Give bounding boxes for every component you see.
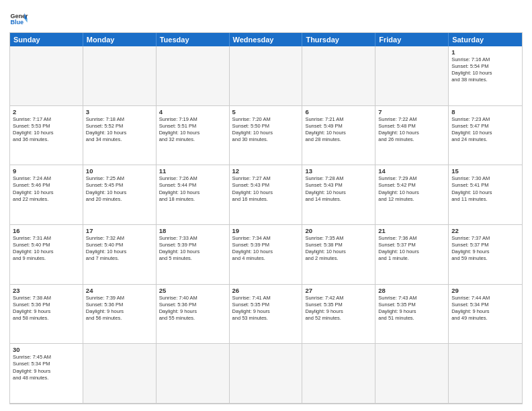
day-info: Sunrise: 7:22 AM Sunset: 5:48 PM Dayligh…: [378, 116, 445, 144]
day-number: 19: [232, 227, 300, 234]
day-number: 30: [13, 346, 80, 353]
calendar-day-cell: 26Sunrise: 7:41 AM Sunset: 5:35 PM Dayli…: [230, 285, 303, 345]
day-info: Sunrise: 7:28 AM Sunset: 5:43 PM Dayligh…: [305, 175, 372, 203]
empty-cell: [10, 46, 83, 106]
day-info: Sunrise: 7:37 AM Sunset: 5:37 PM Dayligh…: [451, 235, 519, 263]
calendar-day-cell: 6Sunrise: 7:21 AM Sunset: 5:49 PM Daylig…: [302, 106, 375, 166]
day-info: Sunrise: 7:24 AM Sunset: 5:46 PM Dayligh…: [13, 175, 80, 203]
day-number: 8: [451, 108, 519, 116]
day-info: Sunrise: 7:26 AM Sunset: 5:44 PM Dayligh…: [159, 175, 226, 203]
day-info: Sunrise: 7:29 AM Sunset: 5:42 PM Dayligh…: [378, 175, 445, 203]
calendar-day-cell: 12Sunrise: 7:27 AM Sunset: 5:43 PM Dayli…: [230, 165, 303, 225]
day-number: 28: [378, 287, 445, 294]
calendar-day-cell: 3Sunrise: 7:18 AM Sunset: 5:52 PM Daylig…: [83, 106, 157, 166]
header: General Blue: [9, 7, 523, 28]
day-number: 23: [13, 287, 80, 294]
logo: General Blue: [9, 9, 28, 28]
calendar-grid: 1Sunrise: 7:16 AM Sunset: 5:54 PM Daylig…: [10, 46, 522, 404]
day-info: Sunrise: 7:33 AM Sunset: 5:39 PM Dayligh…: [159, 235, 226, 263]
calendar-day-cell: 15Sunrise: 7:30 AM Sunset: 5:41 PM Dayli…: [449, 165, 522, 225]
calendar-day-cell: 24Sunrise: 7:39 AM Sunset: 5:36 PM Dayli…: [83, 285, 157, 345]
calendar-day-cell: 9Sunrise: 7:24 AM Sunset: 5:46 PM Daylig…: [10, 165, 83, 225]
day-info: Sunrise: 7:32 AM Sunset: 5:40 PM Dayligh…: [86, 235, 153, 263]
day-header: Sunday: [10, 33, 83, 46]
day-number: 20: [305, 227, 372, 234]
day-info: Sunrise: 7:44 AM Sunset: 5:34 PM Dayligh…: [451, 295, 519, 322]
day-info: Sunrise: 7:17 AM Sunset: 5:53 PM Dayligh…: [13, 116, 80, 144]
day-info: Sunrise: 7:20 AM Sunset: 5:50 PM Dayligh…: [232, 116, 300, 144]
day-number: 17: [86, 227, 153, 234]
day-info: Sunrise: 7:25 AM Sunset: 5:45 PM Dayligh…: [86, 175, 153, 203]
day-info: Sunrise: 7:42 AM Sunset: 5:35 PM Dayligh…: [305, 295, 372, 322]
day-info: Sunrise: 7:27 AM Sunset: 5:43 PM Dayligh…: [232, 175, 300, 203]
empty-cell: [83, 344, 157, 404]
day-number: 26: [232, 287, 300, 294]
calendar-day-cell: 2Sunrise: 7:17 AM Sunset: 5:53 PM Daylig…: [10, 106, 83, 166]
day-info: Sunrise: 7:41 AM Sunset: 5:35 PM Dayligh…: [232, 295, 300, 322]
calendar-day-cell: 30Sunrise: 7:45 AM Sunset: 5:34 PM Dayli…: [10, 344, 83, 404]
day-headers: SundayMondayTuesdayWednesdayThursdayFrid…: [10, 33, 522, 46]
empty-cell: [375, 46, 449, 106]
empty-cell: [157, 344, 230, 404]
calendar-day-cell: 29Sunrise: 7:44 AM Sunset: 5:34 PM Dayli…: [449, 285, 522, 345]
day-number: 15: [451, 167, 519, 175]
empty-cell: [449, 344, 522, 404]
calendar-day-cell: 17Sunrise: 7:32 AM Sunset: 5:40 PM Dayli…: [83, 225, 157, 285]
empty-cell: [83, 46, 157, 106]
calendar-day-cell: 7Sunrise: 7:22 AM Sunset: 5:48 PM Daylig…: [375, 106, 449, 166]
calendar-day-cell: 8Sunrise: 7:23 AM Sunset: 5:47 PM Daylig…: [449, 106, 522, 166]
day-info: Sunrise: 7:38 AM Sunset: 5:36 PM Dayligh…: [13, 295, 80, 322]
day-info: Sunrise: 7:40 AM Sunset: 5:36 PM Dayligh…: [159, 295, 226, 322]
empty-cell: [302, 46, 375, 106]
calendar-day-cell: 18Sunrise: 7:33 AM Sunset: 5:39 PM Dayli…: [157, 225, 230, 285]
day-number: 9: [13, 167, 80, 175]
calendar-day-cell: 11Sunrise: 7:26 AM Sunset: 5:44 PM Dayli…: [157, 165, 230, 225]
day-number: 7: [378, 108, 445, 116]
logo-icon: General Blue: [9, 9, 28, 28]
day-info: Sunrise: 7:36 AM Sunset: 5:37 PM Dayligh…: [378, 235, 445, 263]
day-number: 1: [451, 48, 519, 56]
day-header: Wednesday: [230, 33, 303, 46]
calendar-day-cell: 22Sunrise: 7:37 AM Sunset: 5:37 PM Dayli…: [449, 225, 522, 285]
calendar-day-cell: 14Sunrise: 7:29 AM Sunset: 5:42 PM Dayli…: [375, 165, 449, 225]
day-header: Saturday: [449, 33, 522, 46]
empty-cell: [230, 344, 303, 404]
day-number: 21: [378, 227, 445, 234]
day-number: 12: [232, 167, 300, 175]
day-number: 16: [13, 227, 80, 234]
day-info: Sunrise: 7:18 AM Sunset: 5:52 PM Dayligh…: [86, 116, 153, 144]
day-info: Sunrise: 7:39 AM Sunset: 5:36 PM Dayligh…: [86, 295, 153, 322]
day-number: 25: [159, 287, 226, 294]
day-info: Sunrise: 7:43 AM Sunset: 5:35 PM Dayligh…: [378, 295, 445, 322]
day-info: Sunrise: 7:31 AM Sunset: 5:40 PM Dayligh…: [13, 235, 80, 263]
day-number: 6: [305, 108, 372, 116]
empty-cell: [375, 344, 449, 404]
day-number: 29: [451, 287, 519, 294]
svg-marker-3: [24, 19, 27, 23]
calendar: SundayMondayTuesdayWednesdayThursdayFrid…: [9, 32, 523, 404]
calendar-day-cell: 28Sunrise: 7:43 AM Sunset: 5:35 PM Dayli…: [375, 285, 449, 345]
day-info: Sunrise: 7:45 AM Sunset: 5:34 PM Dayligh…: [13, 354, 80, 381]
day-header: Friday: [375, 33, 449, 46]
day-header: Thursday: [302, 33, 375, 46]
day-number: 11: [159, 167, 226, 175]
calendar-day-cell: 21Sunrise: 7:36 AM Sunset: 5:37 PM Dayli…: [375, 225, 449, 285]
day-info: Sunrise: 7:34 AM Sunset: 5:39 PM Dayligh…: [232, 235, 300, 263]
day-number: 2: [13, 108, 80, 116]
calendar-day-cell: 13Sunrise: 7:28 AM Sunset: 5:43 PM Dayli…: [302, 165, 375, 225]
calendar-day-cell: 4Sunrise: 7:19 AM Sunset: 5:51 PM Daylig…: [157, 106, 230, 166]
page: General Blue SundayMondayTuesdayWednesda…: [0, 0, 532, 411]
day-info: Sunrise: 7:35 AM Sunset: 5:38 PM Dayligh…: [305, 235, 372, 263]
day-number: 14: [378, 167, 445, 175]
calendar-day-cell: 1Sunrise: 7:16 AM Sunset: 5:54 PM Daylig…: [449, 46, 522, 106]
day-info: Sunrise: 7:30 AM Sunset: 5:41 PM Dayligh…: [451, 175, 519, 203]
day-info: Sunrise: 7:23 AM Sunset: 5:47 PM Dayligh…: [451, 116, 519, 144]
day-header: Monday: [83, 33, 157, 46]
empty-cell: [230, 46, 303, 106]
calendar-day-cell: 27Sunrise: 7:42 AM Sunset: 5:35 PM Dayli…: [302, 285, 375, 345]
day-number: 18: [159, 227, 226, 234]
day-info: Sunrise: 7:16 AM Sunset: 5:54 PM Dayligh…: [451, 56, 519, 84]
day-number: 22: [451, 227, 519, 234]
day-number: 10: [86, 167, 153, 175]
calendar-day-cell: 19Sunrise: 7:34 AM Sunset: 5:39 PM Dayli…: [230, 225, 303, 285]
